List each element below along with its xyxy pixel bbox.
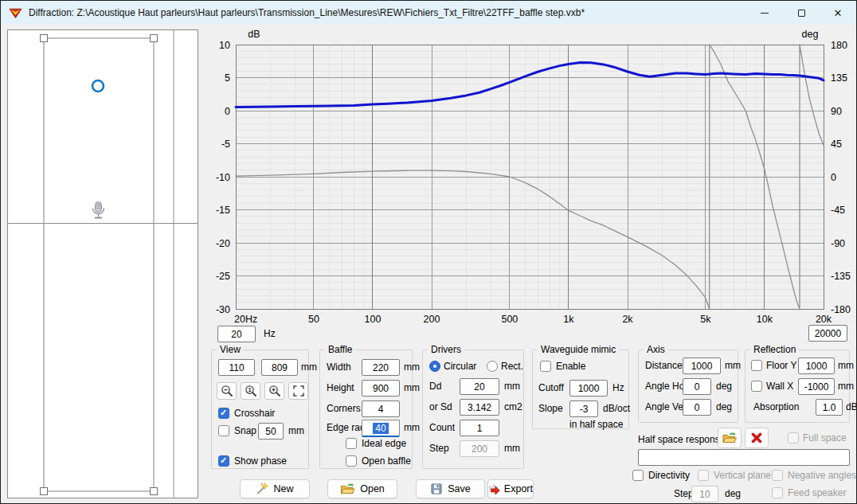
- vertical-plane-checkbox: [698, 470, 709, 481]
- show-phase-label: Show phase: [234, 455, 287, 467]
- circular-radio[interactable]: [429, 361, 440, 372]
- directivity-checkbox[interactable]: [632, 470, 644, 481]
- freq-min-unit: Hz: [264, 328, 276, 339]
- x-tick-label: 1k: [563, 314, 574, 325]
- full-space-label: Full space: [803, 432, 847, 443]
- waveguide-enable-checkbox[interactable]: [540, 361, 551, 372]
- feed-speaker-checkbox: [772, 487, 783, 498]
- negative-angles-checkbox: [772, 470, 783, 481]
- negative-angles-label: Negative angles: [788, 470, 856, 481]
- new-button[interactable]: New: [240, 479, 310, 498]
- wall-x-unit: mm: [838, 381, 854, 392]
- fit-view-button[interactable]: [288, 382, 308, 400]
- zoom-in-icon: [268, 385, 282, 397]
- baffle-width-label: Width: [327, 361, 351, 373]
- x-tick-label: 20Hz: [234, 314, 257, 325]
- cutoff-input[interactable]: 1000: [569, 380, 608, 397]
- baffle-edge-radius-unit: mm: [404, 422, 420, 433]
- diffraction-chart: 1050-5-10-15-20-25-3018013590450-45-90-1…: [206, 27, 853, 330]
- feed-speaker-label: Feed speaker: [788, 487, 846, 498]
- angle-ver-input[interactable]: 0: [683, 399, 711, 416]
- load-half-space-button[interactable]: [718, 428, 742, 448]
- absorption-unit: dB: [846, 401, 857, 412]
- distance-input[interactable]: 1000: [683, 357, 721, 374]
- magic-wand-icon: [256, 483, 268, 495]
- y-left-tick-label: -25: [216, 271, 230, 282]
- open-folder-icon: [722, 432, 738, 444]
- baffle-corners-input[interactable]: 4: [362, 400, 400, 417]
- y-right-tick-label: -45: [831, 205, 845, 216]
- y-right-tick-label: -180: [831, 304, 851, 315]
- distance-label: Distance: [645, 360, 683, 371]
- resize-handle-bottom-right[interactable]: [151, 488, 158, 495]
- count-input[interactable]: 1: [460, 420, 499, 436]
- y-left-tick-label: -5: [221, 139, 230, 150]
- y-right-tick-label: 90: [831, 106, 842, 117]
- resize-handle-top-left[interactable]: [41, 35, 48, 42]
- svg-text:1: 1: [248, 386, 251, 393]
- view-group-title: View: [217, 344, 244, 355]
- sd-input[interactable]: 3.142: [460, 399, 499, 416]
- minimize-icon: [761, 13, 769, 14]
- freq-min-input[interactable]: 20: [217, 326, 256, 342]
- selected-text: 40: [373, 423, 388, 434]
- dd-label: Dd: [429, 381, 441, 392]
- minimize-button[interactable]: [746, 1, 783, 25]
- driver-step-input: 200: [460, 440, 499, 457]
- y-right-tick-label: -135: [831, 271, 851, 282]
- maximize-button[interactable]: [783, 1, 820, 25]
- snap-label: Snap: [234, 425, 256, 436]
- resize-handle-bottom-left[interactable]: [41, 488, 48, 495]
- microphone-icon[interactable]: [93, 202, 104, 218]
- baffle-height-input[interactable]: 900: [362, 380, 400, 397]
- view-x-input[interactable]: 110: [218, 359, 255, 376]
- waveguide-enable-label: Enable: [556, 361, 585, 372]
- resize-handle-top-right[interactable]: [151, 35, 158, 42]
- zoom-out-button[interactable]: [217, 382, 237, 400]
- ideal-edge-checkbox[interactable]: [346, 438, 357, 449]
- half-space-note: in half space: [569, 419, 623, 430]
- zoom-in-button[interactable]: [264, 382, 284, 400]
- half-space-path-input[interactable]: [638, 449, 850, 466]
- freq-max-input[interactable]: 20000: [808, 325, 847, 342]
- slope-input[interactable]: -3: [569, 400, 598, 417]
- export-button[interactable]: Export: [487, 479, 534, 498]
- dd-input[interactable]: 20: [460, 378, 499, 395]
- x-tick-label: 20k: [816, 314, 832, 325]
- clear-half-space-button[interactable]: [745, 428, 769, 448]
- angle-hor-input[interactable]: 0: [683, 378, 711, 395]
- show-phase-checkbox[interactable]: [218, 455, 229, 467]
- view-y-input[interactable]: 809: [261, 359, 298, 376]
- drivers-group-title: Drivers: [428, 344, 464, 355]
- baffle-width-input[interactable]: 220: [362, 359, 400, 376]
- baffle-width-unit: mm: [404, 361, 420, 373]
- baffle-edge-radius-input[interactable]: 40: [362, 420, 400, 437]
- wall-x-checkbox[interactable]: [751, 381, 762, 392]
- driver-circle[interactable]: [92, 80, 104, 92]
- floor-y-unit: mm: [838, 360, 854, 371]
- save-button[interactable]: Save: [416, 479, 485, 498]
- cutoff-label: Cutoff: [538, 382, 564, 393]
- open-button[interactable]: Open: [327, 479, 397, 498]
- zoom-reset-button[interactable]: 1: [241, 382, 260, 400]
- floor-y-label: Floor Y: [766, 360, 796, 371]
- view-coord-unit: mm: [301, 361, 317, 373]
- baffle-corners-label: Corners: [327, 403, 361, 414]
- close-button[interactable]: ✕: [820, 1, 856, 25]
- wall-x-input[interactable]: -1000: [798, 378, 835, 395]
- snap-input[interactable]: 50: [258, 423, 284, 440]
- rect-radio[interactable]: [487, 361, 498, 372]
- open-baffle-checkbox[interactable]: [346, 455, 357, 467]
- baffle-outline[interactable]: [44, 38, 154, 491]
- absorption-input[interactable]: 1.0: [816, 399, 843, 416]
- directivity-step-input: 10: [691, 486, 718, 502]
- sd-unit: cm2: [504, 401, 522, 412]
- floor-y-input[interactable]: 1000: [798, 357, 835, 374]
- x-tick-label: 10k: [757, 314, 773, 325]
- snap-checkbox[interactable]: [218, 425, 229, 436]
- crosshair-checkbox[interactable]: [218, 408, 229, 419]
- baffle-canvas[interactable]: [7, 29, 198, 498]
- y-left-tick-label: -10: [216, 172, 230, 183]
- floor-y-checkbox[interactable]: [751, 360, 762, 371]
- snap-unit: mm: [288, 425, 304, 436]
